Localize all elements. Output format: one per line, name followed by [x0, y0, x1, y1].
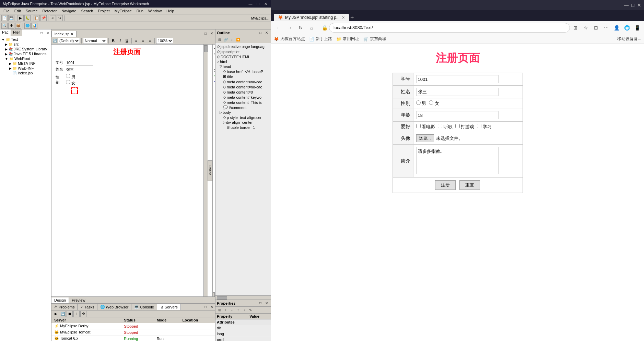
browser-new-tab-btn[interactable]: +: [350, 14, 354, 21]
bookmark-newbie[interactable]: 📄 新手上路: [309, 36, 332, 42]
props-profi-value[interactable]: [248, 337, 271, 341]
bookmark-icon-btn[interactable]: ⊟: [592, 24, 600, 32]
tree-webroot[interactable]: ▼ 📁 WebRoot: [1, 56, 50, 61]
ide-close-btn[interactable]: ✕: [263, 1, 268, 6]
outline-collapse-btn[interactable]: ⊟: [217, 37, 222, 42]
outline-comment[interactable]: 💬 #comment: [216, 105, 270, 110]
underline-btn[interactable]: U: [124, 38, 130, 44]
tb2-btn2[interactable]: ⚙: [8, 23, 14, 29]
server-config-btn[interactable]: ⚙: [80, 311, 86, 317]
star-icon-btn[interactable]: ☆: [582, 24, 590, 32]
browser-maximize[interactable]: □: [632, 2, 634, 8]
outline-table[interactable]: ⊞ table border=1: [216, 125, 270, 130]
tree-metainf[interactable]: ▶ 📁 META-INF: [1, 61, 50, 66]
forward-btn[interactable]: →: [285, 23, 294, 33]
bp-tab-problems[interactable]: ⚠ Problems: [51, 304, 78, 310]
style-select[interactable]: Normal: [83, 38, 107, 44]
align-center-btn[interactable]: ≡: [140, 38, 146, 44]
tree-webinf[interactable]: ▶ 📁 WEB-INF: [1, 66, 50, 71]
browser-tab-active[interactable]: 🦊 My JSP 'index.jsp' starting p... ✕: [274, 14, 349, 21]
sidebar-tab-hier[interactable]: Hier: [11, 29, 22, 36]
menu-navigate[interactable]: Navigate: [59, 9, 78, 13]
back-btn[interactable]: ←: [274, 23, 283, 33]
input-xingming[interactable]: [416, 88, 499, 96]
run-btn[interactable]: ▶: [17, 15, 24, 21]
outline-meta2[interactable]: ◇ meta content=no-cac: [216, 84, 270, 89]
profile-icon-btn[interactable]: 👤: [612, 24, 621, 32]
menu-refactor[interactable]: Refactor: [40, 9, 59, 13]
menu-edit[interactable]: Edit: [12, 9, 23, 13]
menu-run[interactable]: Run: [134, 9, 145, 13]
bp-tab-console[interactable]: 💻 Console: [131, 304, 157, 310]
undo-btn[interactable]: ↩: [50, 15, 56, 21]
code-hscrollbar[interactable]: [213, 292, 215, 296]
browser-minimize[interactable]: —: [624, 2, 629, 8]
reload-btn[interactable]: ↻: [296, 23, 305, 33]
textarea-jianjie[interactable]: 请多多指教..: [416, 147, 499, 174]
outline-hscroll[interactable]: [215, 295, 271, 300]
radio-female[interactable]: [429, 100, 433, 105]
reset-btn[interactable]: 重置: [459, 180, 480, 190]
bp-tab-tasks[interactable]: ✓ Tasks: [78, 304, 97, 310]
props-down-btn[interactable]: ↓: [242, 307, 247, 313]
input-xuehao[interactable]: [416, 75, 499, 83]
browse-btn[interactable]: 浏览...: [416, 134, 434, 142]
account-icon-btn[interactable]: 🌐: [623, 24, 631, 32]
sidebar-minimize[interactable]: □: [39, 30, 44, 36]
radio-male[interactable]: [416, 100, 421, 105]
home-btn[interactable]: ⌂: [307, 23, 316, 33]
props-lang-value[interactable]: [248, 331, 271, 337]
format-select[interactable]: Default) (Default): [58, 38, 80, 44]
design-scrollbar[interactable]: [203, 45, 208, 296]
tb2-btn1[interactable]: 🔍: [1, 23, 8, 29]
tb2-btn3[interactable]: 📦: [15, 23, 21, 29]
design-input-xingming[interactable]: [66, 67, 93, 72]
outline-p[interactable]: ◇ p style=text-align:cer: [216, 115, 270, 120]
props-min[interactable]: □: [258, 301, 263, 306]
editor-tabs-min[interactable]: □: [203, 31, 208, 36]
outline-directive[interactable]: ◇ jsp:directive.page languag: [216, 44, 270, 49]
more-icon-btn[interactable]: ⋯: [602, 24, 610, 32]
outline-close[interactable]: ✕: [264, 30, 269, 36]
submit-btn[interactable]: 注册: [435, 180, 456, 190]
outline-min[interactable]: □: [258, 30, 263, 36]
outline-html[interactable]: ▷ html: [216, 59, 270, 64]
outline-meta1[interactable]: ◇ meta content=no-cac: [216, 79, 270, 84]
tab-design[interactable]: Design: [51, 297, 69, 303]
tb2-btn5[interactable]: 📊: [31, 23, 37, 29]
menu-window[interactable]: Window: [146, 9, 164, 13]
tree-javaee[interactable]: ▶ 📚 Java EE 5 Libraries: [1, 51, 50, 56]
editor-tab-close[interactable]: ✕: [71, 32, 73, 36]
save-btn[interactable]: 💾: [8, 15, 14, 21]
paste-btn[interactable]: 📌: [40, 15, 47, 21]
outline-sort-btn[interactable]: ↕: [229, 37, 235, 42]
design-resize-handle[interactable]: [54, 87, 95, 96]
input-nianling[interactable]: [416, 111, 499, 119]
bookmark-jd[interactable]: 🛒 京东商城: [363, 36, 386, 42]
outline-div[interactable]: ▷ div align=center: [216, 120, 270, 125]
outline-meta3[interactable]: ◇ meta content=0: [216, 89, 270, 95]
bp-min-btn[interactable]: □: [203, 304, 208, 310]
props-categories-btn[interactable]: ⊞: [217, 307, 222, 313]
address-bar[interactable]: [329, 23, 570, 33]
debug-btn[interactable]: 🐛: [24, 15, 31, 21]
menu-search[interactable]: Search: [79, 9, 95, 13]
bookmark-common[interactable]: 📁 常用网址: [336, 36, 359, 42]
editor-tab-indexjsp[interactable]: index.jsp ✕: [51, 31, 77, 37]
outline-link-btn[interactable]: 🔗: [223, 37, 229, 42]
bold-btn[interactable]: B: [110, 38, 116, 44]
cb-movie[interactable]: [416, 124, 421, 128]
cb-study[interactable]: [477, 124, 481, 128]
italic-btn[interactable]: I: [117, 38, 123, 44]
props-edit-btn[interactable]: ✎: [248, 307, 253, 313]
menu-help[interactable]: Help: [164, 9, 176, 13]
menu-file[interactable]: File: [1, 9, 12, 13]
cb-game[interactable]: [455, 124, 460, 128]
bp-tab-servers[interactable]: 🖥 Servers: [157, 304, 181, 310]
new-btn[interactable]: 📄: [1, 15, 8, 21]
server-stop2-btn[interactable]: ⏸: [73, 311, 80, 317]
grid-icon-btn[interactable]: ⊞: [571, 24, 579, 32]
outline-scriptlet[interactable]: ◇ jsp:scriptlet: [216, 49, 270, 54]
tree-indexjsp[interactable]: ▶ 📄 index.jsp: [1, 71, 50, 75]
outline-doctype[interactable]: ◇ DOCTYPE:HTML: [216, 54, 270, 59]
